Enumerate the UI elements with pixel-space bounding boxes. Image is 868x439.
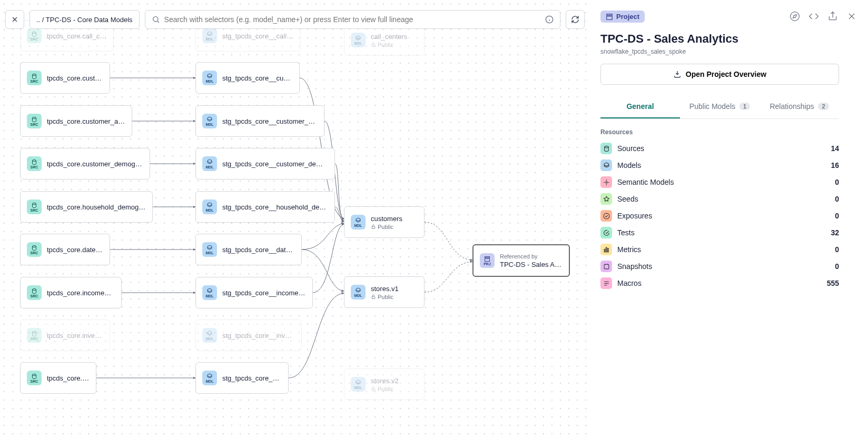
node-src-household-demo[interactable]: SRCtpcds_core.household_demographics (20, 191, 153, 223)
search-box[interactable] (145, 10, 560, 29)
node-title: stg_tpcds_core__store (222, 374, 282, 382)
node-sub: Public (371, 386, 399, 392)
resource-row[interactable]: Sources14 (600, 140, 839, 157)
node-stg-customer[interactable]: MDLstg_tpcds_core__customer (195, 62, 300, 94)
node-stg-income-band[interactable]: MDLstg_tpcds_core__income_band (195, 277, 313, 308)
resource-icon (600, 210, 612, 222)
node-stg-customer-address[interactable]: MDLstg_tpcds_core__customer_address (195, 105, 324, 137)
tab-public-models[interactable]: Public Models1 (680, 95, 760, 118)
node-sub: Public (371, 224, 402, 230)
tab-count: 2 (818, 103, 828, 110)
resource-row[interactable]: Snapshots0 (600, 258, 839, 275)
refresh-button[interactable] (566, 10, 585, 29)
mdl-badge: MDL (202, 371, 217, 385)
node-stg-date-dim[interactable]: MDLstg_tpcds_core__date_dim (195, 234, 302, 265)
mdl-badge: MDL (202, 114, 217, 128)
node-referenced-by[interactable]: PRJReferenced byTPC-DS - Sales Analytics (472, 244, 570, 277)
node-title: stores.v1 (371, 285, 399, 293)
node-src-customer-address[interactable]: SRCtpcds_core.customer_address (20, 105, 132, 137)
node-src-date-dim[interactable]: SRCtpcds_core.date_dim (20, 234, 110, 265)
resource-row[interactable]: Tests32 (600, 224, 839, 241)
node-title: tpcds_core.date_dim (47, 246, 103, 254)
code-icon[interactable] (808, 11, 820, 22)
resource-icon (600, 143, 612, 154)
node-title: stg_tpcds_core__income_band (222, 289, 306, 297)
project-pill: Project (600, 11, 645, 23)
node-src-inventory[interactable]: SRCtpcds_core.inventory (20, 320, 110, 351)
svg-point-26 (791, 12, 800, 21)
src-badge: SRC (27, 156, 42, 171)
node-src-customer-demo[interactable]: SRCtpcds_core.customer_demographics (20, 148, 150, 179)
resource-row[interactable]: Metrics0 (600, 241, 839, 258)
resource-name: Macros (617, 279, 822, 287)
svg-point-5 (33, 203, 36, 204)
resource-row[interactable]: Seeds0 (600, 191, 839, 207)
tab-general[interactable]: General (600, 95, 680, 118)
svg-point-7 (33, 288, 36, 290)
src-badge: SRC (27, 71, 42, 85)
resource-row[interactable]: Models16 (600, 157, 839, 174)
src-badge: SRC (27, 199, 42, 214)
close-button[interactable] (5, 10, 24, 29)
svg-point-4 (33, 159, 36, 161)
sidebar-tabs: General Public Models1 Relationships2 (600, 95, 839, 119)
node-title: customers (371, 215, 402, 223)
resource-row[interactable]: Semantic Models0 (600, 174, 839, 191)
mdl-badge: MDL (351, 285, 366, 300)
node-sub: Public (371, 42, 407, 48)
src-badge: SRC (27, 242, 42, 257)
resource-name: Models (617, 161, 825, 169)
node-title: stg_tpcds_core__customer_address (222, 117, 318, 125)
mdl-badge: MDL (202, 328, 217, 343)
node-customers[interactable]: MDLcustomersPublic (344, 206, 425, 238)
resources-label: Resources (600, 128, 839, 136)
node-title: tpcds_core.household_demographics (47, 203, 146, 211)
resource-name: Snapshots (617, 262, 830, 271)
svg-point-20 (605, 181, 607, 183)
resource-name: Semantic Models (617, 178, 830, 186)
svg-point-15 (153, 17, 157, 22)
svg-rect-11 (372, 296, 375, 298)
search-input[interactable] (164, 15, 541, 24)
mdl-badge: MDL (202, 242, 217, 257)
tab-relationships[interactable]: Relationships2 (760, 95, 839, 118)
node-stg-household-demo[interactable]: MDLstg_tpcds_core__household_demogr... (195, 191, 335, 223)
compass-icon[interactable] (789, 11, 801, 22)
node-stores-v1[interactable]: MDLstores.v1Public (344, 276, 425, 308)
resource-icon (600, 261, 612, 272)
share-icon[interactable] (827, 11, 839, 22)
node-sub: Public (371, 294, 399, 300)
node-stg-store[interactable]: MDLstg_tpcds_core__store (195, 362, 289, 394)
lineage-canvas[interactable]: SRCtpcds_core.call_center MDLstg_tpcds_c… (0, 0, 590, 439)
node-stg-inventory[interactable]: MDLstg_tpcds_core__inventory (195, 320, 302, 351)
project-pill-label: Project (616, 13, 639, 21)
node-src-income-band[interactable]: SRCtpcds_core.income_band (20, 277, 122, 308)
mdl-badge: MDL (202, 199, 217, 214)
src-badge: SRC (27, 285, 42, 300)
svg-rect-17 (607, 14, 613, 15)
resource-row[interactable]: Exposures0 (600, 207, 839, 224)
breadcrumb[interactable]: .. / TPC-DS - Core Data Models (29, 10, 140, 29)
node-title: tpcds_core.customer_address (47, 117, 125, 125)
src-badge: SRC (27, 371, 42, 385)
node-stg-customer-demo[interactable]: MDLstg_tpcds_core__customer_demogra... (195, 148, 335, 179)
svg-point-6 (33, 245, 36, 247)
resource-row[interactable]: Macros555 (600, 275, 839, 292)
info-icon[interactable] (545, 15, 554, 24)
page-subtitle: snowflake_tpcds_sales_spoke (600, 48, 839, 55)
mdl-badge: MDL (202, 156, 217, 171)
open-project-button[interactable]: Open Project Overview (600, 64, 839, 85)
close-sidebar-icon[interactable] (846, 11, 857, 22)
svg-rect-22 (604, 249, 605, 252)
src-badge: SRC (27, 114, 42, 128)
node-title: stg_tpcds_core__date_dim (222, 246, 295, 254)
toolbar: .. / TPC-DS - Core Data Models (0, 0, 590, 39)
svg-point-8 (33, 331, 36, 333)
node-src-store[interactable]: SRCtpcds_core.store (20, 362, 96, 394)
top-actions (789, 11, 857, 22)
node-stores-v2[interactable]: MDLstores.v2Public (344, 368, 425, 400)
node-src-customer[interactable]: SRCtpcds_core.customer (20, 62, 110, 94)
resource-count: 0 (835, 178, 839, 186)
node-title: TPC-DS - Sales Analytics (500, 261, 563, 268)
open-project-label: Open Project Overview (686, 70, 766, 78)
